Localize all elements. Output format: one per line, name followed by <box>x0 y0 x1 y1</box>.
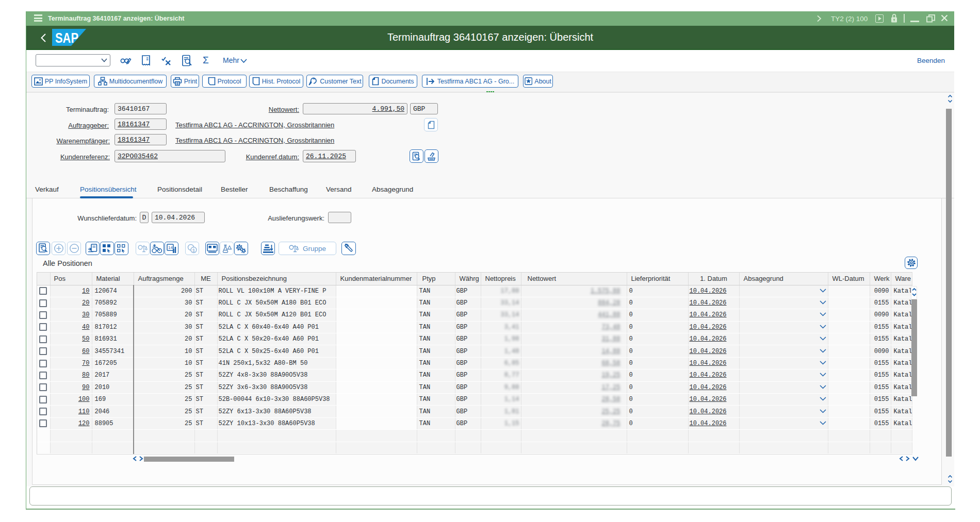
svg-text:14: 14 <box>168 245 173 250</box>
svg-text:$: $ <box>192 247 195 252</box>
